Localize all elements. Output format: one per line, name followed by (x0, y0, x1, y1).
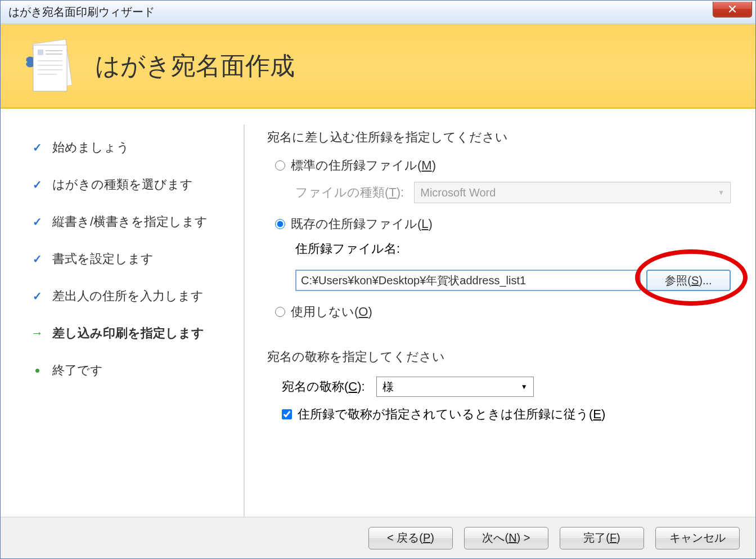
finish-button[interactable]: 完了(F) (560, 527, 644, 549)
check-icon: ✓ (31, 290, 43, 302)
follow-addressbook-checkbox[interactable] (282, 409, 292, 419)
file-type-label: ファイルの種類(T): (295, 184, 404, 201)
chevron-down-icon: ▼ (718, 189, 724, 196)
file-path-input[interactable]: C:¥Users¥kon¥Desktop¥年賀状address_list1 (295, 270, 641, 291)
radio-existing-row[interactable]: 既存の住所録ファイル(L) (275, 216, 731, 232)
address-source-group: 標準の住所録ファイル(M) ファイルの種類(T): Microsoft Word… (275, 157, 731, 320)
step-orientation: ✓ 縦書き/横書きを指定します (31, 203, 232, 240)
file-path-row: C:¥Users¥kon¥Desktop¥年賀状address_list1 参照… (295, 270, 731, 291)
radio-standard-row[interactable]: 標準の住所録ファイル(M) (275, 157, 731, 174)
wizard-steps-sidebar: ✓ 始めましょう ✓ はがきの種類を選びます ✓ 縦書き/横書きを指定します ✓… (14, 124, 245, 517)
honorific-select[interactable]: 様 ▼ (376, 377, 534, 397)
radio-none[interactable] (275, 307, 285, 317)
file-name-label: 住所録ファイル名: (295, 240, 400, 257)
radio-none-label: 使用しない(O) (291, 303, 372, 320)
follow-addressbook-label: 住所録で敬称が指定されているときは住所録に従う(E) (298, 406, 605, 423)
header-title: はがき宛名面作成 (95, 50, 295, 83)
file-type-value: Microsoft Word (420, 186, 496, 199)
section1-title: 宛名に差し込む住所録を指定してください (267, 129, 731, 146)
arrow-right-icon: → (31, 327, 43, 339)
check-icon: ✓ (31, 253, 43, 265)
step-label: 終了です (52, 362, 103, 379)
next-button[interactable]: 次へ(N) > (464, 527, 548, 549)
radio-existing-label: 既存の住所録ファイル(L) (291, 216, 433, 232)
section2: 宛名の敬称を指定してください 宛名の敬称(C): 様 ▼ 住所録で敬称が指定され… (267, 348, 731, 423)
step-finish: 終了です (31, 352, 232, 389)
step-label: 始めましょう (52, 139, 129, 156)
radio-existing[interactable] (275, 219, 285, 229)
step-label: 差し込み印刷を指定します (52, 325, 204, 342)
check-icon: ✓ (31, 141, 43, 154)
cancel-button[interactable]: キャンセル (655, 527, 740, 549)
honorific-row: 宛名の敬称(C): 様 ▼ (282, 377, 731, 397)
file-type-row: ファイルの種類(T): Microsoft Word ▼ (295, 182, 731, 203)
section2-title: 宛名の敬称を指定してください (267, 348, 731, 365)
file-type-select: Microsoft Word ▼ (414, 182, 731, 203)
main-panel: 宛名に差し込む住所録を指定してください 標準の住所録ファイル(M) ファイルの種… (245, 124, 742, 517)
step-sender-address: ✓ 差出人の住所を入力します (31, 278, 232, 315)
close-button[interactable] (713, 2, 752, 17)
step-start: ✓ 始めましょう (31, 129, 232, 166)
footer: < 戻る(P) 次へ(N) > 完了(F) キャンセル (1, 517, 755, 558)
wizard-window: はがき宛名面印刷ウィザード はがき宛名面作成 (0, 0, 756, 559)
step-label: 書式を設定します (52, 251, 154, 267)
radio-standard-label: 標準の住所録ファイル(M) (291, 157, 436, 174)
header-banner: はがき宛名面作成 (1, 24, 755, 109)
radio-standard[interactable] (275, 160, 285, 171)
window-title: はがき宛名面印刷ウィザード (8, 5, 155, 20)
titlebar: はがき宛名面印刷ウィザード (1, 1, 755, 24)
dot-icon (31, 364, 43, 377)
step-postcard-type: ✓ はがきの種類を選びます (31, 166, 232, 203)
step-label: はがきの種類を選びます (52, 176, 193, 193)
file-name-label-row: 住所録ファイル名: (295, 240, 731, 257)
back-button[interactable]: < 戻る(P) (368, 527, 453, 549)
step-label: 差出人の住所を入力します (52, 288, 204, 305)
document-icon (23, 35, 79, 97)
step-label: 縦書き/横書きを指定します (52, 213, 208, 230)
honorific-label: 宛名の敬称(C): (282, 378, 365, 395)
check-icon: ✓ (31, 178, 43, 191)
content-area: ✓ 始めましょう ✓ はがきの種類を選びます ✓ 縦書き/横書きを指定します ✓… (1, 109, 755, 517)
close-icon (728, 5, 736, 13)
svg-rect-2 (38, 50, 43, 55)
radio-none-row[interactable]: 使用しない(O) (275, 303, 731, 320)
step-format: ✓ 書式を設定します (31, 240, 232, 278)
chevron-down-icon: ▼ (521, 383, 528, 391)
check-icon: ✓ (31, 216, 43, 228)
follow-addressbook-row[interactable]: 住所録で敬称が指定されているときは住所録に従う(E) (282, 406, 731, 423)
browse-button[interactable]: 参照(S)... (646, 270, 731, 291)
honorific-value: 様 (382, 379, 394, 395)
step-merge-print: → 差し込み印刷を指定します (31, 315, 232, 352)
